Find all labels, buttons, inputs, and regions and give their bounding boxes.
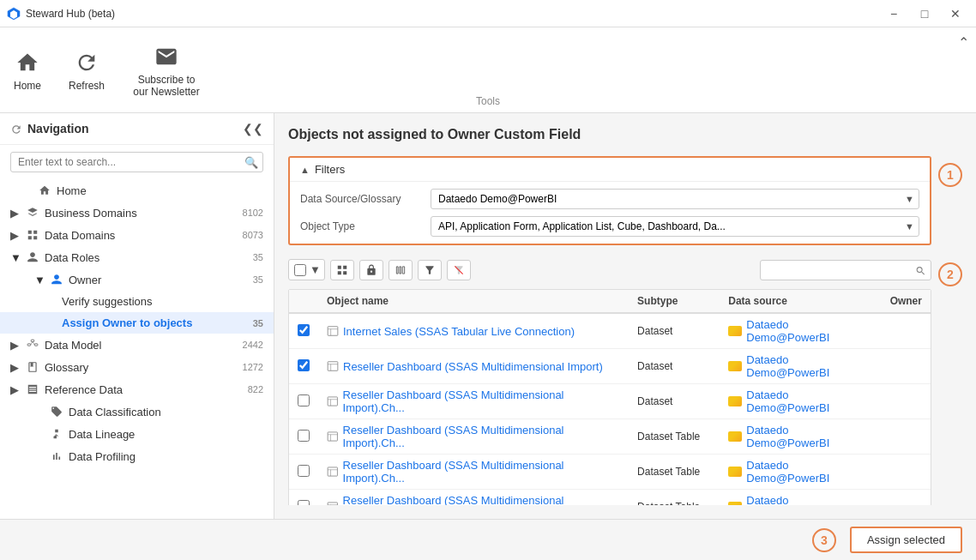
minimize-button[interactable]: −	[880, 2, 907, 26]
sidebar-item-assign-owner[interactable]: ▶ Assign Owner to objects 35	[0, 312, 274, 334]
checkbox-dropdown[interactable]: ▼	[288, 259, 325, 280]
table-object-icon	[327, 395, 339, 407]
col-header-owner: Owner	[882, 290, 931, 313]
sidebar-search-input[interactable]	[10, 152, 263, 172]
toolbar-collapse-button[interactable]: ⌃	[958, 34, 969, 51]
refresh-sidebar-icon[interactable]	[10, 122, 22, 135]
row-checkbox[interactable]	[298, 359, 310, 371]
sidebar-item-data-classification[interactable]: ▶ Data Classification	[0, 400, 274, 423]
row-data-source: Dataedo Demo@PowerBI	[720, 419, 881, 455]
datasource-link[interactable]: Dataedo Demo@PowerBI	[746, 424, 872, 449]
app-icon	[7, 6, 21, 21]
sidebar-item-home[interactable]: ▶ Home	[0, 179, 274, 202]
clear-filter-button[interactable]	[447, 260, 471, 280]
grid-view-button[interactable]	[330, 260, 354, 280]
svg-rect-20	[328, 467, 337, 476]
row-checkbox[interactable]	[298, 430, 310, 442]
filters-toggle[interactable]: ▲ Filters	[290, 158, 930, 182]
svg-rect-8	[328, 327, 338, 336]
item-count: 35	[253, 318, 263, 328]
datasource-link[interactable]: Dataedo Demo@PowerBI	[746, 494, 872, 505]
table-section: ▼	[288, 256, 962, 505]
row-data-source: Dataedo Demo@PowerBI	[720, 313, 881, 349]
table-section-inner: ▼	[288, 256, 931, 505]
newsletter-toolbar-item[interactable]: Subscribe to our Newsletter	[132, 43, 201, 98]
table-toolbar: ▼	[288, 256, 931, 284]
row-subtype: Dataset	[629, 349, 720, 384]
table-object-icon	[327, 431, 339, 443]
svg-rect-2	[27, 344, 31, 346]
item-count: 8102	[243, 208, 263, 218]
object-name-link[interactable]: Reseller Dashboard (SSAS Multidimensiona…	[343, 459, 621, 485]
sidebar-item-data-roles[interactable]: ▼ Data Roles 35	[0, 246, 274, 268]
svg-rect-3	[31, 340, 34, 341]
sidebar-item-data-domains[interactable]: ▶ Data Domains 8073	[0, 224, 274, 246]
item-count: 8073	[243, 230, 263, 240]
lock-button[interactable]	[359, 260, 383, 280]
row-object-name: Reseller Dashboard (SSAS Multidimensiona…	[318, 384, 629, 419]
columns-button[interactable]	[389, 260, 413, 280]
sidebar-item-business-domains[interactable]: ▶ Business Domains 8102	[0, 202, 274, 224]
row-object-name: Reseller Dashboard (SSAS Multidimensiona…	[318, 455, 629, 490]
sidebar-item-data-lineage[interactable]: ▶ Data Lineage	[0, 423, 274, 445]
row-checkbox[interactable]	[298, 465, 310, 477]
sidebar-item-data-profiling[interactable]: ▶ Data Profiling	[0, 445, 274, 467]
filter-button[interactable]	[418, 260, 442, 280]
table-search-input[interactable]	[760, 260, 931, 280]
sidebar-item-owner[interactable]: ▼ Owner 35	[0, 268, 274, 291]
expand-arrow: ▶	[10, 361, 22, 374]
expand-arrow: ▶	[10, 339, 22, 352]
datasource-link[interactable]: Dataedo Demo@PowerBI	[746, 353, 872, 379]
sidebar-item-label: Data Domains	[45, 229, 243, 242]
sidebar-item-label: Data Classification	[69, 406, 263, 418]
maximize-button[interactable]: □	[911, 2, 938, 26]
item-count: 35	[253, 252, 263, 262]
row-object-name: Reseller Dashboard (SSAS Multidimensiona…	[318, 490, 629, 506]
filter-select-datasource[interactable]: Dataedo Demo@PowerBI	[431, 189, 919, 209]
sidebar-item-label: Glossary	[45, 361, 243, 374]
object-name-link[interactable]: Reseller Dashboard (SSAS Multidimensiona…	[343, 388, 621, 414]
step-number-3: 3	[812, 528, 836, 552]
home-toolbar-item[interactable]: Home	[14, 49, 41, 92]
select-all-checkbox[interactable]	[294, 264, 306, 276]
table-object-icon	[327, 325, 339, 337]
filters-panel: ▲ Filters Data Source/Glossary Dataedo D…	[288, 156, 931, 245]
col-header-subtype: Subtype	[629, 290, 720, 313]
expand-arrow: ▶	[10, 207, 22, 220]
col-header-object-name: Object name	[318, 290, 629, 313]
email-icon	[153, 43, 180, 70]
filters-body: Data Source/Glossary Dataedo Demo@PowerB…	[290, 182, 930, 244]
grid-icon	[26, 228, 39, 242]
object-name-link[interactable]: Internet Sales (SSAS Tabular Live Connec…	[343, 325, 575, 338]
sidebar-item-verify-suggestions[interactable]: ▶ Verify suggestions	[0, 291, 274, 312]
row-checkbox[interactable]	[298, 500, 310, 506]
sidebar-collapse-button[interactable]: ❮❮	[243, 122, 263, 135]
row-checkbox-cell	[289, 384, 318, 419]
object-name-link[interactable]: Reseller Dashboard (SSAS Multidimensiona…	[343, 424, 621, 449]
assign-selected-button[interactable]: Assign selected	[850, 527, 962, 553]
checkbox-dropdown-arrow[interactable]: ▼	[310, 260, 324, 280]
row-checkbox[interactable]	[298, 324, 310, 336]
table-row: Reseller Dashboard (SSAS Multidimensiona…	[289, 490, 931, 506]
flow-icon	[50, 427, 63, 441]
sidebar-item-data-model[interactable]: ▶ Data Model 2442	[0, 334, 274, 356]
step-number-1: 1	[938, 163, 962, 187]
datasource-link[interactable]: Dataedo Demo@PowerBI	[746, 318, 872, 344]
sidebar-item-glossary[interactable]: ▶ Glossary 1272	[0, 356, 274, 378]
col-header-data-source: Data source	[720, 290, 881, 313]
row-owner	[882, 490, 931, 506]
table-object-icon	[327, 466, 339, 478]
object-name-link[interactable]: Reseller Dashboard (SSAS Multidimensiona…	[343, 360, 603, 373]
datasource-link[interactable]: Dataedo Demo@PowerBI	[746, 459, 872, 485]
table-row: Internet Sales (SSAS Tabular Live Connec…	[289, 313, 931, 349]
close-button[interactable]: ✕	[942, 2, 969, 26]
datasource-link[interactable]: Dataedo Demo@PowerBI	[746, 388, 872, 414]
row-owner	[882, 419, 931, 455]
row-checkbox[interactable]	[298, 394, 310, 406]
filter-select-objecttype[interactable]: API, Application Form, Application List,…	[431, 216, 919, 237]
object-name-link[interactable]: Reseller Dashboard (SSAS Multidimensiona…	[343, 494, 621, 505]
refresh-toolbar-item[interactable]: Refresh	[69, 49, 105, 92]
sidebar-item-label: Data Model	[45, 339, 243, 352]
sidebar-item-reference-data[interactable]: ▶ Reference Data 822	[0, 378, 274, 400]
sidebar-content: ▶ Home ▶ Business Domains 8102 ▶	[0, 179, 274, 519]
